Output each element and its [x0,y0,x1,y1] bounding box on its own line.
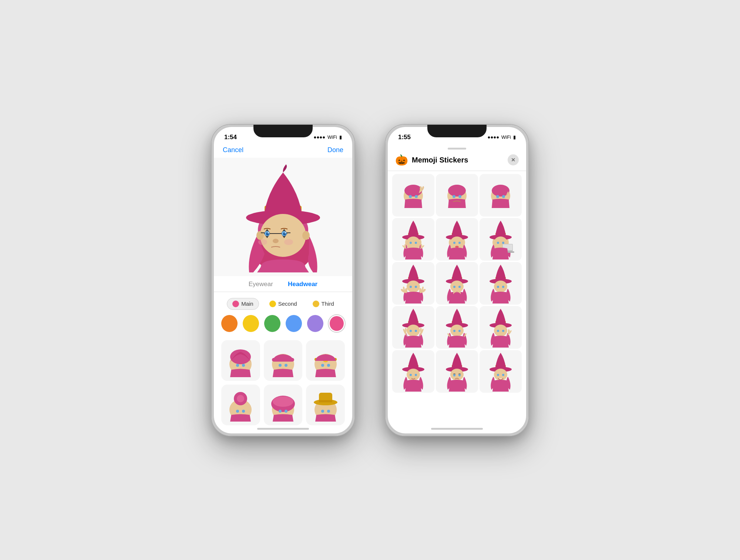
svg-point-101 [415,330,417,332]
volume-up-button[interactable] [211,204,212,230]
svg-point-89 [450,281,464,292]
volume-down-button[interactable] [211,236,212,262]
swatch-green[interactable] [264,315,280,332]
right-phone: 1:55 ●●●● WiFi ▮ 🎃 Memoji Stickers ✕ [385,124,529,436]
svg-point-96 [502,286,504,288]
color-chip-second[interactable]: Second [264,298,302,310]
hat-item-3[interactable] [306,340,345,381]
third-color-dot [313,301,319,307]
right-home-indicator [431,428,483,430]
svg-point-78 [502,242,504,244]
sticker-6[interactable] [480,218,522,261]
svg-point-51 [415,195,418,198]
swatch-blue[interactable] [286,315,302,332]
swatch-orange[interactable] [221,315,238,332]
svg-point-36 [242,410,245,413]
right-battery-icon: ▮ [513,134,516,140]
svg-point-58 [496,195,499,198]
color-chip-main[interactable]: Main [227,298,259,310]
svg-point-111 [502,330,504,332]
svg-point-125 [497,374,499,376]
swatch-pink[interactable] [329,315,345,332]
svg-point-115 [410,374,412,376]
swatch-yellow[interactable] [243,315,259,332]
sticker-7[interactable] [392,262,434,305]
status-icons: ●●●● WiFi ▮ [314,134,342,140]
svg-point-63 [407,237,420,248]
main-color-dot [232,301,239,307]
svg-point-110 [497,330,499,332]
svg-point-100 [410,330,412,332]
svg-point-46 [321,410,324,413]
sticker-15[interactable] [480,350,522,393]
svg-point-47 [327,410,330,413]
hat-item-6[interactable] [306,385,345,425]
close-button[interactable]: ✕ [508,154,519,165]
svg-point-84 [407,281,420,292]
svg-point-104 [450,325,464,336]
svg-point-71 [458,242,461,244]
hat-item-1[interactable] [221,340,260,381]
sticker-13[interactable] [392,350,434,393]
svg-rect-45 [319,400,332,402]
sticker-grid [388,171,526,396]
sticker-12[interactable] [480,306,522,349]
power-button[interactable] [354,206,355,243]
left-phone: 1:54 ●●●● WiFi ▮ Cancel Done [211,124,355,436]
battery-icon: ▮ [339,134,342,140]
sticker-14[interactable] [436,350,478,393]
close-icon: ✕ [511,157,515,163]
svg-point-16 [273,239,279,243]
sticker-11[interactable] [436,306,478,349]
hat-item-2[interactable] [264,340,303,381]
right-power-button[interactable] [528,206,529,243]
pull-handle [448,148,466,150]
svg-point-106 [458,330,461,332]
right-status-time: 1:55 [398,134,411,141]
svg-point-90 [453,286,455,288]
tab-headwear[interactable]: Headwear [288,281,317,288]
svg-point-55 [458,195,461,198]
hat-item-4[interactable] [221,385,260,425]
done-button[interactable]: Done [327,146,343,154]
svg-point-25 [279,364,282,367]
svg-point-109 [494,325,507,336]
tab-eyewear[interactable]: Eyewear [249,281,273,288]
hat-item-5[interactable] [264,385,303,425]
svg-point-59 [502,195,505,198]
svg-point-85 [410,286,412,288]
notch [253,125,313,137]
sticker-5[interactable] [436,218,478,261]
right-volume-down-button[interactable] [385,236,386,262]
sticker-2[interactable] [436,174,478,217]
cancel-button[interactable]: Cancel [223,146,243,154]
svg-point-86 [415,286,417,288]
color-chip-third[interactable]: Third [307,298,339,310]
tab-bar: Eyewear Headwear [214,276,352,292]
right-mute-button[interactable] [385,184,386,199]
scene: 1:54 ●●●● WiFi ▮ Cancel Done [196,109,544,451]
sticker-1[interactable] [392,174,434,217]
wifi-icon: WiFi [327,134,337,140]
svg-point-6 [302,231,310,240]
main-color-label: Main [241,301,253,307]
sticker-4[interactable] [392,218,434,261]
sticker-title: Memoji Stickers [412,156,504,164]
right-notch [427,125,487,137]
right-volume-up-button[interactable] [385,204,386,230]
sticker-10[interactable] [392,306,434,349]
left-nav: Cancel Done [214,145,352,158]
svg-point-49 [404,185,422,197]
swatch-purple[interactable] [307,315,323,332]
sticker-3[interactable] [480,174,522,217]
svg-point-14 [268,232,269,233]
second-color-dot [269,301,276,307]
svg-point-54 [453,195,455,198]
third-color-label: Third [322,301,334,307]
right-screen: 1:55 ●●●● WiFi ▮ 🎃 Memoji Stickers ✕ [388,127,526,433]
svg-point-116 [415,374,417,376]
mute-button[interactable] [211,184,212,199]
sticker-8[interactable] [436,262,478,305]
sticker-9[interactable] [480,262,522,305]
status-time: 1:54 [224,134,237,141]
